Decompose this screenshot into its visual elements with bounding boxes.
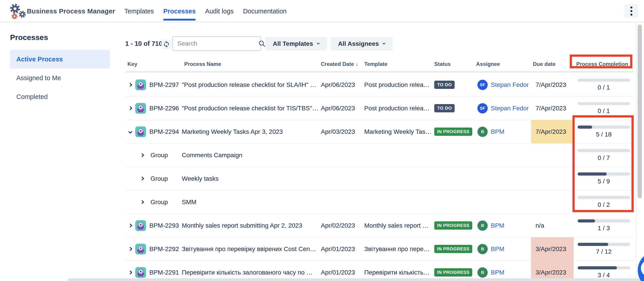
sidebar-item-active-process[interactable]: Active Process	[10, 50, 110, 69]
status-badge: IN PROGRESS	[434, 221, 472, 230]
due-date-cell: 3/Apr/2023	[531, 261, 574, 281]
group-row[interactable]: Group Weekly tasks 5 / 9	[125, 167, 634, 191]
progress-bar	[578, 79, 630, 82]
avatar: B	[478, 267, 488, 278]
column-header-template[interactable]: Template	[362, 61, 432, 67]
kebab-menu-button[interactable]	[624, 4, 638, 18]
column-header-assignee[interactable]: Assignee	[475, 61, 531, 67]
collapse-chevron-icon[interactable]	[128, 130, 132, 134]
group-label: Group	[149, 175, 181, 182]
refresh-button[interactable]	[162, 39, 171, 49]
chevron-down-icon	[382, 41, 386, 45]
expand-chevron-icon[interactable]	[128, 270, 132, 274]
avatar: SF	[478, 103, 488, 113]
progress-text: 5 / 18	[596, 131, 612, 138]
assignee-link[interactable]: Stepan Fedori	[491, 81, 528, 88]
table-row[interactable]: BPM-2294 Marketing Weekly Tasks Apr 3, 2…	[125, 120, 634, 144]
help-icon	[641, 260, 644, 277]
search-box	[172, 36, 261, 51]
kebab-dot-icon	[630, 10, 632, 12]
kebab-dot-icon	[630, 6, 632, 8]
column-header-process-name[interactable]: Process Name	[181, 61, 320, 67]
progress-text: 0 / 1	[598, 107, 610, 115]
created-date: Apr/02/2023	[320, 222, 362, 229]
bottom-edge-strip	[68, 278, 644, 281]
status-badge: TO DO	[434, 104, 454, 112]
result-count: 1 - 10 of 710	[125, 36, 162, 51]
process-key: BPM-2297	[149, 81, 181, 88]
avatar: B	[478, 221, 488, 231]
expand-chevron-icon[interactable]	[128, 106, 132, 110]
progress-text: 0 / 2	[598, 201, 610, 208]
column-header-status[interactable]: Status	[432, 61, 475, 67]
expand-chevron-icon[interactable]	[128, 247, 132, 251]
progress-bar	[578, 172, 630, 176]
process-key: BPM-2292	[149, 246, 181, 253]
assignee-link[interactable]: BPM	[491, 269, 504, 276]
column-header-created-date[interactable]: Created Date ↓	[320, 61, 362, 67]
process-monster-icon	[135, 220, 146, 231]
sidebar-heading: Processes	[10, 33, 48, 42]
template-name: Перевірити кількість…	[362, 269, 432, 276]
expand-chevron-icon[interactable]	[140, 200, 144, 204]
due-date-cell: 7/Apr/2023	[531, 96, 574, 120]
expand-chevron-icon[interactable]	[140, 153, 144, 157]
created-date: Apr/03/2023	[320, 128, 362, 135]
help-fab-button[interactable]	[638, 251, 644, 281]
column-header-due-date[interactable]: Due date	[531, 61, 574, 67]
table-header-row: Key Process Name Created Date ↓ Template…	[125, 56, 634, 72]
template-name: Post production relea…	[362, 105, 432, 112]
search-input[interactable]	[173, 40, 258, 47]
process-name: Marketing Weekly Tasks Apr 3, 2023	[181, 128, 320, 135]
template-name: Marketing Weekly Tas…	[362, 128, 432, 135]
assignee-link[interactable]: BPM	[491, 128, 504, 135]
column-header-process-completion[interactable]: Process Completion	[574, 61, 634, 67]
process-name: Звітування про перевірку ввірених Cost C…	[181, 246, 320, 253]
app-logo-gears-icon	[10, 2, 27, 20]
scrollbar-thumb[interactable]	[638, 24, 642, 198]
avatar: B	[478, 127, 488, 137]
expand-chevron-icon[interactable]	[128, 223, 132, 227]
table-row[interactable]: BPM-2291 Перевірити кількість залоговано…	[125, 261, 634, 281]
process-key: BPM-2291	[149, 269, 181, 276]
nav-tab-templates[interactable]: Templates	[124, 0, 154, 22]
due-date-cell: 7/Apr/2023	[531, 73, 574, 96]
sidebar-item-assigned-to-me[interactable]: Assigned to Me	[10, 69, 110, 87]
nav-tab-documentation[interactable]: Documentation	[243, 0, 287, 22]
table-row[interactable]: BPM-2293 Monthly sales report submitting…	[125, 214, 634, 238]
process-name: Перевірити кількість залогованого часу п…	[181, 269, 320, 276]
column-header-key[interactable]: Key	[125, 61, 181, 67]
progress-text: 0 / 1	[598, 84, 610, 91]
expand-chevron-icon[interactable]	[128, 83, 132, 87]
template-name: Post production relea…	[362, 81, 432, 88]
progress-bar	[578, 102, 630, 105]
progress-bar	[578, 196, 630, 199]
template-name: Звітування про пере…	[362, 246, 432, 253]
assignee-link[interactable]: BPM	[491, 222, 504, 229]
all-assignees-dropdown[interactable]: All Assignees	[330, 37, 393, 50]
assignee-link[interactable]: Stepan Fedori	[491, 105, 528, 112]
created-date: Apr/06/2023	[320, 81, 362, 88]
group-row[interactable]: Group Comments Campaign 0 / 7	[125, 144, 634, 167]
sidebar-item-completed[interactable]: Completed	[10, 87, 110, 106]
table-row[interactable]: BPM-2296 "Post production release checkl…	[125, 97, 634, 120]
process-monster-icon	[135, 103, 146, 114]
due-date-cell: 7/Apr/2023	[531, 120, 574, 143]
all-templates-dropdown[interactable]: All Templates	[265, 37, 327, 50]
progress-text: 3 / 4	[598, 272, 610, 279]
sync-icon	[163, 41, 170, 48]
nav-tab-processes[interactable]: Processes	[163, 0, 196, 22]
avatar: B	[478, 244, 488, 254]
status-badge: IN PROGRESS	[434, 128, 472, 136]
group-label: Group	[149, 152, 181, 159]
table-row[interactable]: BPM-2297 "Post production release checkl…	[125, 73, 634, 97]
expand-chevron-icon[interactable]	[140, 176, 144, 181]
table-row[interactable]: BPM-2292 Звітування про перевірку ввірен…	[125, 238, 634, 261]
nav-tab-audit-logs[interactable]: Audit logs	[205, 0, 234, 22]
group-name: Comments Campaign	[181, 152, 320, 159]
progress-bar	[578, 219, 630, 223]
process-monster-icon	[135, 79, 146, 90]
assignee-link[interactable]: BPM	[491, 246, 504, 253]
process-key: BPM-2296	[149, 105, 181, 112]
group-row[interactable]: Group SMM 0 / 2	[125, 191, 634, 214]
